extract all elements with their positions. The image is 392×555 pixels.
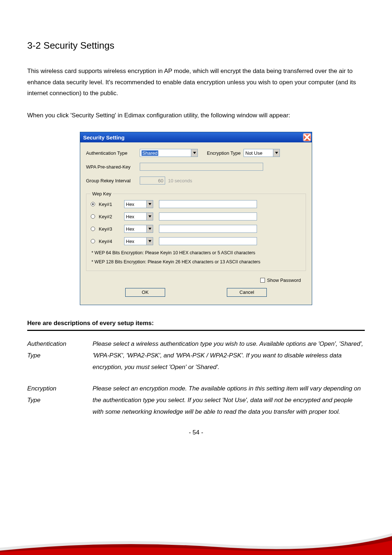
key1-input[interactable] bbox=[159, 200, 257, 208]
key4-input[interactable] bbox=[159, 237, 257, 245]
auth-type-term-2: Type bbox=[27, 352, 41, 359]
key2-format-select[interactable]: Hex bbox=[124, 212, 153, 220]
intro-paragraph-2: When you click 'Security Setting' in Edi… bbox=[27, 110, 365, 121]
key4-radio[interactable] bbox=[91, 239, 95, 243]
chevron-down-icon[interactable] bbox=[191, 149, 197, 157]
close-icon[interactable] bbox=[303, 133, 311, 141]
dialog-title: Security Setting bbox=[83, 134, 124, 141]
show-password-checkbox[interactable] bbox=[260, 278, 265, 283]
wep-note-64: * WEP 64 Bits Encryption: Please Keyin 1… bbox=[91, 250, 301, 256]
key2-input[interactable] bbox=[159, 212, 257, 220]
key2-format-value: Hex bbox=[126, 214, 134, 219]
wep-legend: Wep Key bbox=[91, 191, 113, 197]
show-password-label: Show Password bbox=[267, 278, 301, 283]
divider bbox=[27, 330, 365, 331]
chevron-down-icon[interactable] bbox=[146, 225, 153, 232]
footer-decoration bbox=[0, 526, 392, 555]
ok-button[interactable]: OK bbox=[125, 288, 165, 297]
key2-label: Key#2 bbox=[99, 214, 121, 219]
descriptions-table: Authentication Type Please select a wire… bbox=[27, 336, 365, 420]
table-row: Encryption Type Please select an encrypt… bbox=[27, 381, 365, 420]
wep-note-128: * WEP 128 Bits Encryption: Please Keyin … bbox=[91, 259, 301, 266]
descriptions-header: Here are descriptions of every setup ite… bbox=[27, 320, 365, 327]
table-row: Authentication Type Please select a wire… bbox=[27, 336, 365, 376]
enc-type-label: Encryption Type bbox=[201, 150, 241, 156]
rekey-label: Group Rekey Interval bbox=[86, 178, 137, 183]
enc-type-term-1: Encryption bbox=[27, 385, 56, 392]
enc-type-value: Not Use bbox=[245, 150, 262, 156]
key3-label: Key#3 bbox=[99, 226, 121, 232]
auth-type-definition: Please select a wireless authentication … bbox=[93, 336, 365, 376]
key4-label: Key#4 bbox=[99, 239, 121, 244]
key2-radio[interactable] bbox=[91, 214, 95, 219]
key1-label: Key#1 bbox=[99, 202, 121, 207]
dialog-titlebar: Security Setting bbox=[80, 132, 312, 142]
wep-row-2: Key#2 Hex bbox=[91, 212, 301, 220]
cancel-button[interactable]: Cancel bbox=[227, 288, 267, 297]
enc-type-term-2: Type bbox=[27, 397, 41, 404]
auth-type-value: Shared bbox=[142, 150, 158, 156]
chevron-down-icon[interactable] bbox=[273, 149, 279, 157]
intro-paragraph-1: This wireless card supports wireless enc… bbox=[27, 66, 365, 99]
wep-row-4: Key#4 Hex bbox=[91, 237, 301, 245]
wpa-psk-label: WPA Pre-shared-Key bbox=[86, 164, 137, 170]
key4-format-select[interactable]: Hex bbox=[124, 237, 153, 245]
page-number: - 54 - bbox=[27, 429, 365, 436]
key1-format-select[interactable]: Hex bbox=[124, 200, 153, 208]
wep-row-1: Key#1 Hex bbox=[91, 200, 301, 208]
wep-row-3: Key#3 Hex bbox=[91, 225, 301, 233]
key3-radio[interactable] bbox=[91, 227, 95, 231]
auth-type-label: Authentication Type bbox=[86, 150, 137, 156]
security-setting-dialog: Security Setting Authentication Type Sha… bbox=[80, 132, 312, 305]
key3-format-value: Hex bbox=[126, 226, 134, 232]
wpa-psk-input[interactable] bbox=[140, 163, 263, 171]
key3-format-select[interactable]: Hex bbox=[124, 225, 153, 233]
chevron-down-icon[interactable] bbox=[146, 200, 153, 208]
auth-type-select[interactable]: Shared bbox=[140, 149, 198, 157]
key1-radio[interactable] bbox=[91, 202, 95, 206]
section-title: 3-2 Security Settings bbox=[27, 40, 365, 51]
key3-input[interactable] bbox=[159, 225, 257, 233]
chevron-down-icon[interactable] bbox=[146, 213, 153, 220]
rekey-unit: 10 seconds bbox=[168, 178, 192, 183]
enc-type-definition: Please select an encryption mode. The av… bbox=[93, 381, 365, 420]
chevron-down-icon[interactable] bbox=[146, 238, 153, 245]
key4-format-value: Hex bbox=[126, 239, 134, 244]
key1-format-value: Hex bbox=[126, 202, 134, 207]
enc-type-select[interactable]: Not Use bbox=[244, 149, 280, 157]
rekey-input[interactable]: 60 bbox=[140, 177, 165, 185]
wep-key-fieldset: Wep Key Key#1 Hex Key#2 bbox=[86, 191, 306, 271]
auth-type-term-1: Authentication bbox=[27, 340, 66, 347]
